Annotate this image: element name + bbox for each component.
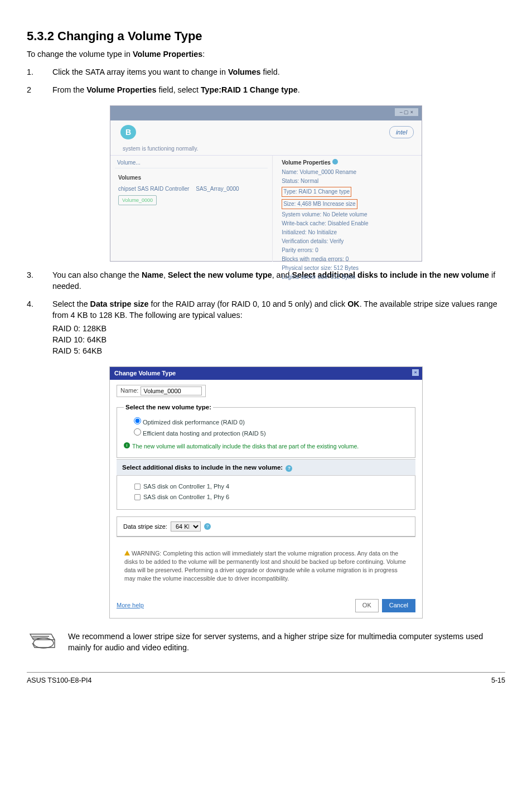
stripe-select[interactable]: 64 KB — [171, 521, 201, 532]
step-body: Click the SATA array items you want to c… — [52, 66, 505, 78]
cancel-button[interactable]: Cancel — [382, 599, 415, 612]
controller-link[interactable]: chipset SAS RAID Controller — [118, 185, 189, 193]
step-1: 1. Click the SATA array items you want t… — [27, 66, 505, 78]
prop-line: Parity errors: 0 — [282, 246, 416, 255]
raid-value: RAID 5: 64KB — [52, 345, 505, 356]
step-num: 3. — [27, 269, 52, 292]
properties-header: Volume Properties — [282, 159, 416, 167]
t: Click the SATA array items you want to c… — [52, 67, 228, 76]
intro-pre: To change the volume type in — [27, 50, 133, 59]
step-3: 3. You can also change the Name, Select … — [27, 269, 505, 292]
step-4: 4. Select the Data stripe size for the R… — [27, 298, 505, 356]
warning-block: WARNING: Completing this action will imm… — [117, 544, 415, 590]
b: OK — [347, 299, 359, 308]
screenshot-volume-properties: – ▢ × B intel system is functioning norm… — [110, 105, 422, 262]
prop-line: Physical sector size: 512 Bytes — [282, 264, 416, 273]
disk-checkbox-row[interactable]: SAS disk on Controller 1, Phy 6 — [134, 492, 408, 503]
close-icon[interactable]: × — [412, 369, 419, 376]
b: Select the new volume type — [168, 270, 272, 279]
t: . — [298, 85, 300, 94]
info-icon: i — [124, 442, 130, 448]
left-header-link[interactable]: Volume... — [115, 158, 268, 168]
radio-label: Efficient data hosting and protection (R… — [143, 430, 266, 437]
help-icon[interactable] — [332, 159, 338, 165]
volume-type-fieldset: Select the new volume type: Optimized di… — [117, 403, 415, 458]
note-icon — [27, 631, 58, 653]
radio-raid0[interactable]: Optimized disk performance (RAID 0) — [134, 417, 408, 427]
app-logo-icon: B — [120, 125, 136, 139]
footer-page-number: 5-15 — [491, 676, 505, 686]
screenshot-change-volume-type: Change Volume Type × Name: Select the ne… — [109, 366, 423, 619]
checkbox-input[interactable] — [134, 484, 141, 490]
note-text: We recommend a lower stripe size for ser… — [68, 631, 505, 653]
t: field. — [260, 67, 279, 76]
name-label: Name: — [120, 386, 138, 395]
page-footer: ASUS TS100-E8-PI4 5-15 — [27, 672, 505, 686]
stripe-size-fieldset: Data stripe size: 64 KB ? — [117, 516, 415, 537]
window-control-icons[interactable]: – ▢ × — [395, 108, 418, 116]
array-link[interactable]: SAS_Array_0000 — [196, 185, 239, 193]
info-text: The new volume will automatically includ… — [132, 442, 359, 451]
name-field-wrap: Name: — [117, 385, 206, 397]
disk-checkbox-row[interactable]: SAS disk on Controller 1, Phy 4 — [134, 481, 408, 492]
size-highlight[interactable]: Size: 4,468 MB Increase size — [282, 199, 357, 209]
step-num: 4. — [27, 298, 52, 356]
warning-icon — [124, 550, 130, 555]
note-block: We recommend a lower stripe size for ser… — [27, 631, 505, 653]
volumes-label: Volumes — [118, 174, 264, 182]
step-num: 1. — [27, 66, 52, 78]
type-highlight[interactable]: Type: RAID 1 Change type — [282, 187, 351, 197]
t: Select the — [52, 299, 90, 308]
t: From the — [52, 85, 86, 94]
b: Volume Properties — [86, 85, 156, 94]
prop-line: Status: Normal — [282, 177, 416, 186]
t: You can also change the — [52, 270, 142, 279]
raid-value: RAID 10: 64KB — [52, 334, 505, 345]
volume-button[interactable]: Volume_0000 — [118, 195, 157, 206]
step-body: You can also change the Name, Select the… — [52, 269, 505, 292]
warning-text: WARNING: Completing this action will imm… — [124, 550, 406, 581]
name-input[interactable] — [141, 386, 202, 395]
status-caption: system is functioning normally. — [110, 143, 422, 156]
additional-disks-header: Select additional disks to include in th… — [117, 459, 415, 476]
b: Name — [142, 270, 163, 279]
checkbox-label: SAS disk on Controller 1, Phy 6 — [143, 493, 229, 501]
intel-logo: intel — [389, 126, 414, 138]
step-num: 2 — [27, 84, 52, 95]
checkbox-label: SAS disk on Controller 1, Phy 4 — [143, 482, 229, 491]
help-icon[interactable]: ? — [204, 523, 211, 530]
checkbox-input[interactable] — [134, 494, 141, 500]
volume-type-legend: Select the new volume type: — [124, 403, 213, 412]
b: Data stripe size — [90, 299, 149, 308]
intro-line: To change the volume type in Volume Prop… — [27, 49, 505, 60]
window-titlebar: – ▢ × — [110, 106, 422, 120]
dialog-titlebar: Change Volume Type × — [110, 367, 422, 380]
prop-line: Verification details: Verify — [282, 237, 416, 246]
additional-disks-fieldset: Select additional disks to include in th… — [117, 465, 415, 510]
t: , — [163, 270, 168, 279]
t: field, select — [156, 85, 200, 94]
intro-bold: Volume Properties — [133, 50, 202, 59]
radio-input[interactable] — [134, 428, 141, 436]
t: for the RAID array (for RAID 0, 10 and 5… — [148, 299, 347, 308]
prop-line: Blocks with media errors: 0 — [282, 255, 416, 264]
prop-line: Initialized: No Initialize — [282, 228, 416, 237]
step-body: Select the Data stripe size for the RAID… — [52, 298, 505, 356]
raid-value: RAID 0: 128KB — [52, 323, 505, 334]
ok-button[interactable]: OK — [355, 599, 379, 612]
footer-product: ASUS TS100-E8-PI4 — [27, 676, 92, 686]
stripe-label: Data stripe size: — [123, 523, 167, 531]
b: Type:RAID 1 Change type — [201, 85, 298, 94]
intro-suf: : — [202, 50, 205, 59]
radio-label: Optimized disk performance (RAID 0) — [143, 419, 245, 426]
prop-line: System volume: No Delete volume — [282, 210, 416, 219]
step-2: 2 From the Volume Properties field, sele… — [27, 84, 505, 95]
radio-raid5[interactable]: Efficient data hosting and protection (R… — [134, 428, 408, 438]
dialog-title: Change Volume Type — [114, 370, 176, 376]
b: Volumes — [228, 67, 261, 76]
help-icon[interactable]: ? — [286, 465, 292, 472]
section-heading: 5.3.2 Changing a Volume Type — [27, 28, 505, 45]
prop-line: Logical sector size: 512 Bytes — [282, 273, 416, 282]
more-help-link[interactable]: More help — [117, 601, 144, 610]
radio-input[interactable] — [134, 417, 141, 424]
